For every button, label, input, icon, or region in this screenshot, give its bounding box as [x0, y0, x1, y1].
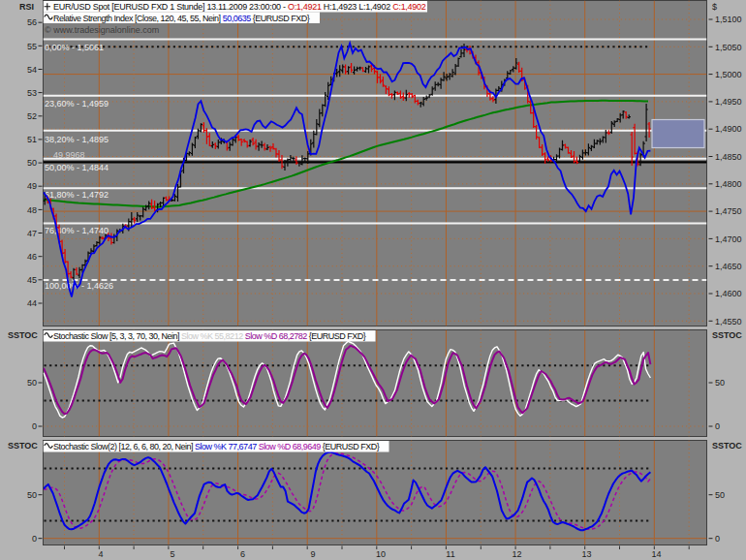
svg-text:EUR/USD Spot [EURUSD FXD 1 St: EUR/USD Spot [EURUSD FXD 1 Stunde] 13.11… [53, 2, 426, 12]
svg-text:0: 0 [715, 534, 720, 544]
svg-text:50: 50 [27, 158, 37, 168]
svg-text:1,4750: 1,4750 [715, 206, 742, 216]
svg-text:53: 53 [27, 88, 37, 98]
svg-text:SSTOC: SSTOC [8, 330, 38, 340]
svg-text:SSTOC: SSTOC [8, 441, 38, 451]
svg-text:11: 11 [446, 549, 454, 559]
svg-text:48: 48 [27, 205, 37, 215]
svg-text:9: 9 [310, 549, 315, 559]
svg-text:0: 0 [715, 421, 720, 431]
svg-text:1,4650: 1,4650 [715, 262, 742, 271]
svg-text:14: 14 [651, 549, 661, 559]
svg-text:49: 49 [27, 181, 37, 191]
svg-text:50: 50 [27, 378, 37, 388]
svg-text:52: 52 [27, 111, 37, 121]
svg-text:Relative Strength Index [Close: Relative Strength Index [Close, 120, 45,… [53, 14, 310, 23]
svg-text:1,4800: 1,4800 [715, 179, 742, 189]
svg-text:44: 44 [27, 298, 37, 308]
svg-text:50,00% - 1,4844: 50,00% - 1,4844 [45, 163, 109, 172]
svg-text:61,80% - 1,4792: 61,80% - 1,4792 [45, 190, 109, 200]
svg-text:76,40% - 1,4740: 76,40% - 1,4740 [45, 226, 109, 235]
svg-text:1,4850: 1,4850 [715, 152, 742, 162]
svg-text:1,4900: 1,4900 [715, 124, 742, 134]
svg-text:0: 0 [32, 534, 37, 544]
svg-text:54: 54 [27, 65, 37, 75]
svg-text:0: 0 [32, 421, 37, 431]
svg-text:10: 10 [376, 549, 386, 559]
svg-text:12: 12 [512, 549, 521, 559]
svg-text:Stochastic Slow [5, 3, 3, 70,: Stochastic Slow [5, 3, 3, 70, 30, Nein] … [53, 331, 366, 341]
svg-text:1,5050: 1,5050 [715, 43, 742, 52]
svg-text:46: 46 [27, 252, 37, 262]
svg-text:$: $ [712, 2, 717, 12]
svg-text:45: 45 [27, 275, 37, 285]
svg-text:6: 6 [240, 549, 245, 559]
svg-text:1,4600: 1,4600 [715, 289, 742, 298]
svg-text:56: 56 [27, 17, 37, 27]
svg-text:1,5000: 1,5000 [715, 70, 742, 79]
svg-text:Stochastic Slow(2) [12, 6, 6,: Stochastic Slow(2) [12, 6, 6, 80, 20, Ne… [53, 442, 380, 451]
svg-text:50: 50 [27, 490, 37, 500]
svg-text:23,60% - 1,4959: 23,60% - 1,4959 [45, 99, 109, 109]
svg-text:55: 55 [27, 42, 37, 51]
svg-text:50: 50 [715, 378, 725, 388]
svg-text:38,20% - 1,4895: 38,20% - 1,4895 [45, 135, 109, 144]
svg-text:SSTOC: SSTOC [712, 441, 742, 451]
svg-text:SSTOC: SSTOC [712, 330, 742, 340]
svg-text:© www.tradesignalonline.com: © www.tradesignalonline.com [45, 25, 159, 35]
svg-text:4: 4 [98, 549, 103, 559]
svg-text:50: 50 [715, 490, 725, 500]
svg-text:1,5100: 1,5100 [715, 15, 742, 24]
svg-text:1,4700: 1,4700 [715, 234, 742, 244]
svg-text:1,4950: 1,4950 [715, 97, 742, 107]
svg-text:RSI: RSI [19, 2, 34, 12]
svg-text:13: 13 [581, 549, 591, 559]
svg-text:49,9968: 49,9968 [53, 150, 85, 160]
svg-text:51: 51 [27, 135, 37, 144]
svg-text:47: 47 [27, 229, 37, 238]
svg-text:5: 5 [170, 549, 174, 559]
svg-text:1,4550: 1,4550 [715, 317, 742, 327]
svg-text:0,00% - 1,5061: 0,00% - 1,5061 [45, 43, 104, 52]
